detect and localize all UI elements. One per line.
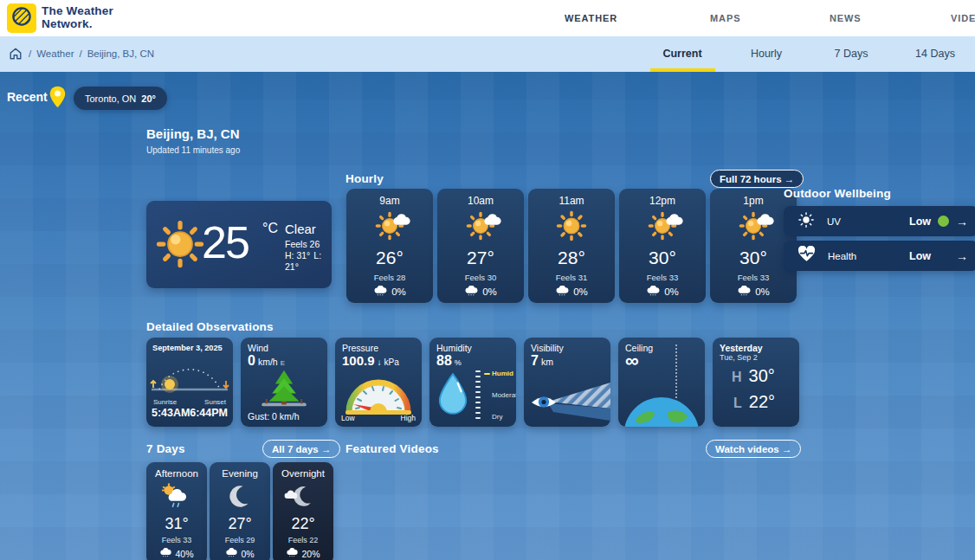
top-header: The Weather Network. WEATHER MAPS NEWS V… <box>0 0 975 36</box>
period-label: Afternoon <box>146 468 207 479</box>
sunrise-time: 5:43AM <box>152 407 190 419</box>
page-title: Beijing, BJ, CN <box>146 126 240 141</box>
humidity-unit: % <box>455 358 462 367</box>
breadcrumb-weather[interactable]: Weather <box>36 48 74 59</box>
featured-videos-title: Featured Videos <box>345 442 439 455</box>
hour-temp: 30° <box>619 248 706 268</box>
pressure-value: 100.9 <box>342 353 375 368</box>
breadcrumb-bar: /Weather/Beijing, BJ, CN Current Hourly … <box>0 36 975 72</box>
health-value: Low <box>909 250 931 262</box>
arrow-right-icon[interactable]: → <box>956 249 968 263</box>
ceiling-dotted-line <box>675 344 677 398</box>
hour-pop: 0% <box>573 286 588 297</box>
humidity-scale-high: Humid <box>492 370 513 377</box>
visibility-value: 7 <box>531 353 539 369</box>
hour-feels: Feels 28 <box>346 273 433 282</box>
watch-videos-button[interactable]: Watch videos → <box>706 440 801 458</box>
tab-hourly[interactable]: Hourly <box>751 36 782 72</box>
tab-7days[interactable]: 7 Days <box>835 36 868 72</box>
hourly-card-10am[interactable]: 10am 27° Feels 30 0% <box>437 189 524 303</box>
tab-current[interactable]: Current <box>662 36 701 72</box>
nav-video[interactable]: VIDEO <box>951 0 975 36</box>
observations-section-title: Detailed Observations <box>146 320 274 333</box>
humidity-value: 88 <box>436 353 452 369</box>
nav-weather[interactable]: WEATHER <box>565 0 617 36</box>
precip-cloud-icon <box>737 286 752 298</box>
day-card-afternoon[interactable]: Afternoon 31° Feels 33 40% <box>146 462 207 560</box>
health-row[interactable]: Health Low → <box>784 241 975 271</box>
hourly-card-11am[interactable]: 11am 28° Feels 31 0% <box>528 189 615 303</box>
home-icon[interactable] <box>9 47 23 64</box>
tab-14days[interactable]: 14 Days <box>915 36 955 72</box>
current-condition: Clear <box>285 222 328 236</box>
hour-label: 12pm <box>619 195 706 207</box>
uv-row[interactable]: UV Low → <box>784 206 975 236</box>
uv-label: UV <box>827 216 841 227</box>
precip-cloud-icon <box>159 548 172 559</box>
recent-location-chip[interactable]: Toronto, ON 20° <box>74 87 167 110</box>
ceiling-card: Ceiling ∞ <box>618 338 705 427</box>
location-pin-icon[interactable] <box>48 85 67 113</box>
tree-icon <box>260 369 308 412</box>
uv-level-dot <box>938 216 949 227</box>
yesterday-high-value: 30° <box>749 366 775 386</box>
visibility-unit: km <box>541 357 553 367</box>
sunrise-label: Sunrise <box>153 398 177 406</box>
precip-cloud-icon <box>286 548 299 559</box>
hour-label: 11am <box>528 195 615 207</box>
period-temp: 27° <box>210 515 270 533</box>
period-feels: Feels 22 <box>273 536 333 544</box>
chip-city: Toronto, ON <box>85 93 136 104</box>
wind-gust: Gust: 0 km/h <box>248 411 300 422</box>
full-72-hours-button[interactable]: Full 72 hours → <box>710 170 804 188</box>
water-drop-icon <box>436 372 469 419</box>
breadcrumb-location[interactable]: Beijing, BJ, CN <box>87 48 154 59</box>
hour-label: 9am <box>346 195 433 207</box>
current-conditions-card[interactable]: 25 °C Clear Feels 26 H: 31°L: 21° <box>146 201 332 288</box>
hour-temp: 26° <box>346 248 433 268</box>
precip-cloud-icon <box>464 286 479 298</box>
nav-maps[interactable]: MAPS <box>710 0 740 36</box>
period-feels: Feels 29 <box>210 536 270 544</box>
hour-pop: 0% <box>391 286 406 297</box>
breadcrumb-sep: / <box>79 48 81 59</box>
sun-icon <box>555 209 588 246</box>
humidity-title: Humidity <box>436 343 472 353</box>
wind-direction: E <box>281 359 285 367</box>
hour-pop: 0% <box>482 286 497 297</box>
humidity-scale-mid: Moderate <box>492 391 516 399</box>
hourly-section-title: Hourly <box>345 172 384 185</box>
period-pop: 40% <box>175 549 193 559</box>
hour-label: 10am <box>437 195 524 207</box>
day-card-overnight[interactable]: Overnight 22° Feels 22 20% <box>273 462 333 560</box>
infinity-symbol: ∞ <box>625 350 639 372</box>
pressure-unit: kPa <box>384 357 399 367</box>
day-card-evening[interactable]: Evening 27° Feels 29 0% <box>210 462 270 560</box>
current-high-low: H: 31°L: 21° <box>285 250 328 273</box>
uv-sun-icon <box>797 211 815 232</box>
precip-cloud-icon <box>555 286 570 298</box>
visibility-title: Visibility <box>531 343 564 353</box>
visibility-card: Visibility 7 km <box>524 338 610 427</box>
all-7-days-button[interactable]: All 7 days → <box>262 440 340 458</box>
logo-wordmark[interactable]: The Weather Network. <box>42 5 113 30</box>
breadcrumb-sep: / <box>29 48 31 59</box>
pressure-gauge-icon <box>340 372 416 419</box>
pressure-title: Pressure <box>342 343 378 353</box>
hourly-card-12pm[interactable]: 12pm 30° Feels 33 0% <box>619 189 706 303</box>
chip-temp: 20° <box>141 93 156 104</box>
hour-temp: 27° <box>437 248 524 268</box>
uv-value: Low <box>909 216 931 228</box>
wind-unit: km/h <box>258 357 278 367</box>
arrow-right-icon[interactable]: → <box>956 215 968 229</box>
period-temp: 31° <box>146 515 207 533</box>
yesterday-high-label: H <box>732 370 742 385</box>
yesterday-title: Yesterday <box>720 343 763 353</box>
nav-news[interactable]: NEWS <box>830 0 862 36</box>
recent-label: Recent <box>7 90 48 104</box>
logo[interactable] <box>7 3 36 33</box>
hourly-card-9am[interactable]: 9am 26° Feels 28 0% <box>346 189 433 303</box>
pressure-card: Pressure 100.9 ↓ kPa <box>335 338 422 427</box>
yesterday-low-value: 22° <box>749 392 775 412</box>
observation-date: September 3, 2025 <box>152 344 223 352</box>
